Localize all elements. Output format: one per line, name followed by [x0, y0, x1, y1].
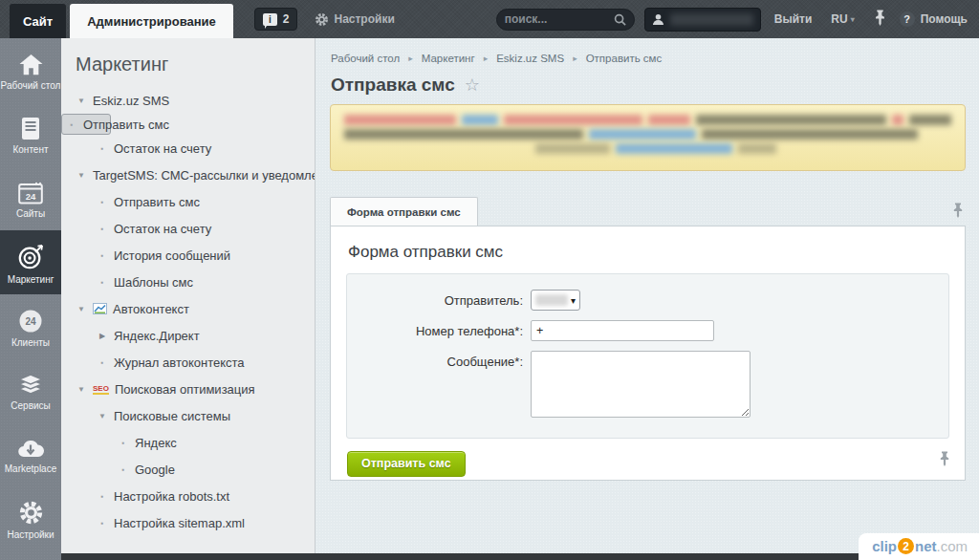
- menu-title: Маркетинг: [76, 54, 315, 75]
- notifications-button[interactable]: i 2: [254, 8, 298, 31]
- pin-tab-button[interactable]: [952, 203, 964, 222]
- menu-item-autocontext-journal[interactable]: ▪ Журнал автоконтекста: [61, 349, 315, 376]
- expand-arrow-icon[interactable]: ▼: [76, 305, 87, 313]
- menu-item-send-sms[interactable]: ▪ Отправить смс: [61, 114, 111, 135]
- language-selector[interactable]: RU ▾: [831, 12, 854, 26]
- question-icon: ?: [900, 11, 915, 27]
- menu-item-seo[interactable]: ▼ SEO Поисковая оптимизация: [61, 376, 315, 402]
- breadcrumb-desktop[interactable]: Рабочий стол: [331, 53, 400, 64]
- user-icon: [652, 13, 664, 26]
- menu-item-eskiz[interactable]: ▼ Eskiz.uz SMS: [61, 87, 315, 114]
- sidebar-item-marketplace[interactable]: Marketplace: [0, 422, 61, 486]
- form-heading: Форма отправки смс: [348, 243, 965, 262]
- breadcrumb-separator-icon: ▸: [484, 54, 489, 63]
- window-bottom-edge: [61, 553, 872, 560]
- pin-panel-button[interactable]: [939, 451, 950, 470]
- document-icon: [21, 117, 40, 140]
- content-area: Рабочий стол ▸ Маркетинг ▸ Eskiz.uz SMS …: [315, 38, 979, 560]
- send-sms-button[interactable]: Отправить смс: [347, 451, 466, 477]
- expand-arrow-icon[interactable]: ▼: [97, 412, 108, 420]
- menu-item-search-engines[interactable]: ▼ Поисковые системы: [61, 402, 315, 429]
- sidebar-item-services[interactable]: Сервисы: [0, 358, 61, 422]
- sidebar-item-marketing[interactable]: Маркетинг: [0, 230, 61, 294]
- clip2net-2-icon: 2: [898, 538, 914, 554]
- chart-icon: [93, 303, 107, 314]
- notifications-count: 2: [283, 12, 290, 26]
- expand-arrow-icon[interactable]: ▼: [76, 97, 87, 105]
- bullet-icon: ▪: [97, 225, 108, 233]
- admin-app: Сайт Администрирование i 2 Настройки: [0, 0, 979, 560]
- bullet-icon: ▪: [118, 439, 129, 447]
- menu-item-yandex-direct[interactable]: ▶ Яндекс.Директ: [61, 322, 315, 349]
- sms-form-panel: Форма отправки смс Отправитель: ▾ Номер …: [330, 226, 966, 481]
- menu-item-sms-templates[interactable]: ▪ Шаблоны смс: [61, 269, 315, 295]
- layers-icon: [17, 374, 44, 397]
- tab-administration[interactable]: Администрирование: [70, 4, 233, 38]
- bullet-icon: ▪: [97, 251, 108, 260]
- user-menu[interactable]: [644, 8, 761, 32]
- sidebar-item-settings[interactable]: Настройки: [0, 486, 61, 550]
- message-textarea[interactable]: [531, 351, 751, 418]
- tab-site[interactable]: Сайт: [10, 4, 66, 38]
- sidebar-item-sites[interactable]: 24 Сайты: [0, 166, 61, 230]
- search-icon[interactable]: [614, 13, 626, 26]
- bullet-icon: ▪: [66, 120, 77, 129]
- menu-item-google[interactable]: ▪ Google: [61, 456, 315, 483]
- page-title: Отправка смс: [331, 75, 455, 96]
- clip2net-watermark: clip 2 net .com: [859, 533, 979, 560]
- target-icon: [17, 244, 44, 270]
- breadcrumb-marketing[interactable]: Маркетинг: [422, 53, 475, 64]
- menu-item-sitemap-xml[interactable]: ▪ Настройка sitemap.xml: [61, 509, 315, 536]
- breadcrumb-eskiz[interactable]: Eskiz.uz SMS: [496, 53, 564, 64]
- menu-item-message-history[interactable]: ▪ История сообщений: [61, 242, 315, 269]
- expand-arrow-icon[interactable]: ▼: [76, 171, 87, 180]
- phone-input[interactable]: [531, 320, 714, 341]
- tab-sms-form[interactable]: Форма отправки смс: [330, 197, 478, 226]
- breadcrumb: Рабочий стол ▸ Маркетинг ▸ Eskiz.uz SMS …: [331, 53, 979, 64]
- bullet-icon: ▪: [97, 144, 108, 153]
- phone-row: Номер телефона*:: [347, 320, 948, 341]
- breadcrumb-send-sms[interactable]: Отправить смс: [586, 53, 663, 64]
- icon-sidebar: Рабочий стол Сайты Контент 24: [0, 38, 61, 560]
- bullet-icon: ▪: [97, 358, 108, 367]
- menu-item-autocontext[interactable]: ▼ Автоконтекст: [61, 295, 315, 322]
- pin-topbar-button[interactable]: [874, 10, 886, 30]
- topbar-search[interactable]: [496, 9, 635, 31]
- browser-24-icon: 24: [18, 182, 43, 205]
- redacted-text-line: [344, 129, 951, 140]
- message-row: Сообщение*:: [347, 351, 948, 421]
- chevron-down-icon: ▾: [571, 295, 576, 306]
- main-layout: Рабочий стол Сайты Контент 24: [0, 38, 979, 560]
- sidebar-item-clients[interactable]: 24 Клиенты: [0, 294, 61, 358]
- page-title-row: Отправка смс ☆: [331, 75, 979, 96]
- sender-select[interactable]: ▾: [531, 290, 580, 311]
- svg-text:24: 24: [25, 316, 36, 327]
- topbar-settings-button[interactable]: Настройки: [315, 12, 394, 27]
- menu-item-robots-txt[interactable]: ▪ Настройка robots.txt: [61, 483, 315, 509]
- form-fields-area: Отправитель: ▾ Номер телефона*:: [346, 273, 949, 439]
- help-button[interactable]: ? Помощь: [900, 11, 968, 27]
- sidebar-item-content[interactable]: Сайты Контент: [0, 102, 61, 166]
- notice-banner: [330, 104, 966, 171]
- bullet-icon: ▪: [97, 198, 108, 206]
- menu-item-yandex[interactable]: ▪ Яндекс: [61, 429, 315, 456]
- menu-item-send-sms-2[interactable]: ▪ Отправить смс: [61, 188, 315, 215]
- search-input[interactable]: [505, 12, 614, 26]
- bullet-icon: ▪: [118, 465, 129, 474]
- menu-item-balance[interactable]: ▪ Остаток на счету: [61, 135, 315, 162]
- pin-icon: [952, 203, 964, 218]
- expand-arrow-icon[interactable]: ▼: [76, 385, 87, 394]
- breadcrumb-separator-icon: ▸: [573, 54, 577, 63]
- collapse-arrow-icon[interactable]: ▶: [97, 332, 108, 340]
- cloud-download-icon: [17, 439, 44, 460]
- sidebar-item-desktop[interactable]: Рабочий стол: [0, 38, 61, 102]
- tab-strip: Форма отправки смс: [315, 197, 979, 226]
- favorite-star-icon[interactable]: ☆: [465, 76, 480, 94]
- gear-icon: [18, 500, 44, 526]
- menu-item-targetsms[interactable]: ▼ TargetSMS: СМС-рассылки и уведомления: [61, 162, 315, 188]
- redacted-text-line: [344, 115, 951, 125]
- circle-24-icon: 24: [18, 309, 43, 334]
- svg-text:24: 24: [26, 190, 36, 201]
- logout-button[interactable]: Выйти: [774, 12, 813, 26]
- menu-item-balance-2[interactable]: ▪ Остаток на счету: [61, 215, 315, 242]
